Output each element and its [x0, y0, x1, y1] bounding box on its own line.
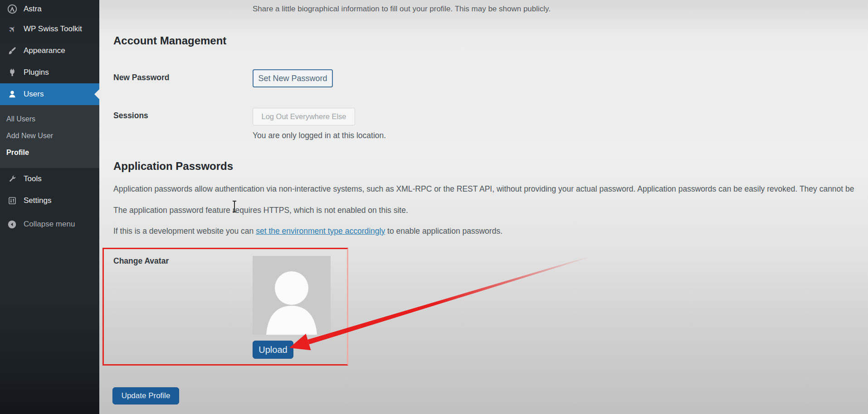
sidebar-item-wp-swiss-toolkit[interactable]: ✈ WP Swiss Toolkit — [0, 18, 99, 40]
dev-environment-note: If this is a development website you can… — [113, 226, 502, 236]
paintbrush-icon — [6, 46, 18, 55]
bio-hint-text: Share a little biographical information … — [253, 5, 551, 14]
sidebar-item-appearance[interactable]: Appearance — [0, 40, 99, 62]
collapse-arrow-icon — [6, 220, 18, 229]
wordpress-admin-profile-screen: Astra ✈ WP Swiss Toolkit Appearance Plug… — [0, 0, 868, 414]
update-profile-button[interactable]: Update Profile — [112, 387, 179, 404]
sidebar-item-label: Appearance — [24, 46, 65, 55]
dev-note-suffix: to enable application passwords. — [385, 226, 502, 236]
sidebar-item-label: Astra — [24, 5, 42, 14]
sidebar-item-label: Tools — [24, 174, 42, 183]
avatar-placeholder-image — [253, 256, 331, 335]
sidebar-item-settings[interactable]: Settings — [0, 190, 99, 212]
plane-icon: ✈ — [6, 25, 18, 34]
account-management-heading: Account Management — [113, 34, 226, 47]
change-avatar-label: Change Avatar — [113, 256, 169, 266]
sidebar-subitem-add-new-user[interactable]: Add New User — [0, 128, 99, 144]
sidebar-item-label: WP Swiss Toolkit — [24, 24, 82, 34]
sidebar-item-astra[interactable]: Astra — [0, 0, 99, 18]
https-note: The application password feature require… — [113, 206, 408, 215]
sessions-note: You are only logged in at this location. — [253, 131, 386, 140]
sidebar-item-label: Settings — [24, 196, 51, 205]
sidebar-subitem-profile[interactable]: Profile — [0, 144, 99, 161]
application-passwords-intro: Application passwords allow authenticati… — [113, 184, 868, 194]
sessions-label: Sessions — [113, 111, 148, 120]
users-submenu: All Users Add New User Profile — [0, 105, 99, 168]
new-password-label: New Password — [113, 73, 170, 82]
sidebar-item-users[interactable]: Users — [0, 83, 99, 105]
set-new-password-button[interactable]: Set New Password — [253, 69, 333, 87]
dev-note-prefix: If this is a development website you can — [113, 226, 256, 236]
active-menu-notch — [94, 89, 99, 99]
person-silhouette-icon — [253, 256, 331, 335]
application-passwords-heading: Application Passwords — [113, 160, 233, 173]
sidebar-item-label: Plugins — [24, 68, 49, 77]
upload-button[interactable]: Upload — [253, 341, 293, 359]
sidebar-item-label: Collapse menu — [24, 220, 75, 229]
environment-type-link[interactable]: set the environment type accordingly — [256, 226, 385, 236]
astra-logo-icon — [6, 4, 18, 14]
admin-sidebar: Astra ✈ WP Swiss Toolkit Appearance Plug… — [0, 0, 99, 414]
plug-icon — [6, 68, 18, 77]
log-out-everywhere-button[interactable]: Log Out Everywhere Else — [253, 108, 355, 125]
sidebar-item-collapse-menu[interactable]: Collapse menu — [0, 213, 99, 235]
settings-sliders-icon — [6, 196, 18, 205]
sidebar-item-plugins[interactable]: Plugins — [0, 62, 99, 83]
sidebar-item-label: Users — [24, 90, 44, 99]
sidebar-subitem-all-users[interactable]: All Users — [0, 111, 99, 128]
wrench-icon — [6, 174, 18, 183]
sidebar-item-tools[interactable]: Tools — [0, 168, 99, 190]
user-icon — [6, 90, 18, 99]
